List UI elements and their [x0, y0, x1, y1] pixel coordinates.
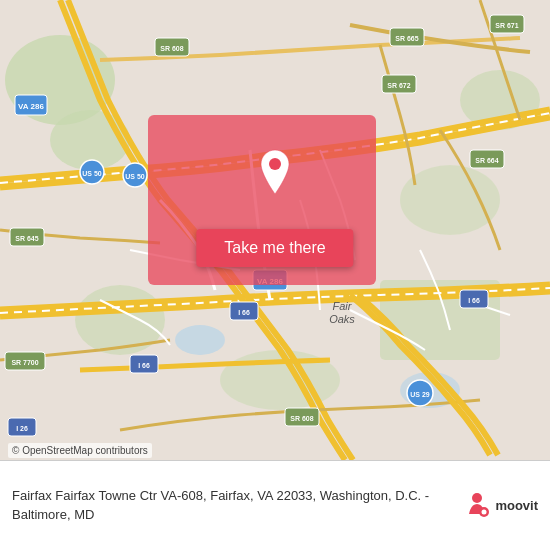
- svg-point-49: [482, 509, 487, 514]
- svg-text:SR 7700: SR 7700: [11, 359, 38, 366]
- svg-text:SR 671: SR 671: [495, 22, 518, 29]
- svg-text:I 26: I 26: [16, 425, 28, 432]
- svg-text:I 66: I 66: [238, 309, 250, 316]
- map-pin: [257, 148, 293, 200]
- svg-point-46: [269, 158, 281, 170]
- full-address: Fairfax Fairfax Towne Ctr VA-608, Fairfa…: [12, 488, 429, 521]
- bottom-info-bar: Fairfax Fairfax Towne Ctr VA-608, Fairfa…: [0, 460, 550, 550]
- take-me-there-button[interactable]: Take me there: [196, 229, 353, 267]
- svg-text:VA 286: VA 286: [18, 102, 44, 111]
- attribution-text: © OpenStreetMap contributors: [12, 445, 148, 456]
- moovit-icon: [463, 492, 491, 520]
- svg-point-47: [472, 493, 482, 503]
- svg-text:I 66: I 66: [138, 362, 150, 369]
- svg-point-5: [75, 285, 165, 355]
- svg-text:SR 672: SR 672: [387, 82, 410, 89]
- svg-text:Oaks: Oaks: [329, 313, 355, 325]
- svg-text:Fair: Fair: [333, 300, 353, 312]
- svg-text:US 50: US 50: [82, 170, 102, 177]
- svg-text:I 66: I 66: [468, 297, 480, 304]
- map-attribution: © OpenStreetMap contributors: [8, 443, 152, 458]
- map-container: VA 286 US 50 US 50 VA 286 SR 608 SR 665 …: [0, 0, 550, 550]
- svg-text:SR 608: SR 608: [290, 415, 313, 422]
- svg-point-8: [175, 325, 225, 355]
- svg-text:US 50: US 50: [125, 173, 145, 180]
- moovit-brand-text: moovit: [495, 498, 538, 513]
- moovit-logo: moovit: [463, 492, 538, 520]
- svg-text:SR 645: SR 645: [15, 235, 38, 242]
- svg-text:SR 608: SR 608: [160, 45, 183, 52]
- svg-text:US 29: US 29: [410, 391, 430, 398]
- address-container: Fairfax Fairfax Towne Ctr VA-608, Fairfa…: [12, 487, 453, 523]
- svg-text:SR 665: SR 665: [395, 35, 418, 42]
- address-text: Fairfax Fairfax Towne Ctr VA-608, Fairfa…: [12, 487, 453, 523]
- svg-text:SR 664: SR 664: [475, 157, 498, 164]
